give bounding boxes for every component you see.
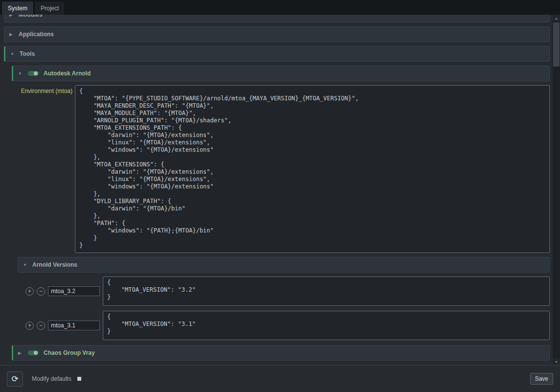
section-header-applications[interactable]: ▶ Applications [4,26,550,42]
chevron-right-icon: ▶ [9,15,14,17]
remove-version-button[interactable]: − [37,287,45,296]
environment-json-editor[interactable]: { "MTOA": "{PYPE_STUDIO_SOFTWARE}/arnold… [75,85,550,253]
chevron-right-icon: ▶ [18,351,23,355]
scrollbar-thumb[interactable] [553,23,560,67]
settings-scroll-area: ▶ Modules ▶ Applications ▼ Tools ▼ Autod… [0,15,553,365]
refresh-button[interactable]: ⟳ [7,371,23,387]
group-title-autodesk-arnold: Autodesk Arnold [44,70,91,77]
section-header-modules[interactable]: ▶ Modules [4,15,550,23]
version-row-mtoa-3-2: + − { "MTOA_VERSION": "3.2" } [25,277,550,306]
enabled-toggle[interactable] [27,350,39,356]
version-json-editor[interactable]: { "MTOA_VERSION": "3.1" } [103,311,550,340]
footer-bar: ⟳ Modify defaults Save [0,365,560,392]
modify-defaults-checkbox[interactable] [77,377,81,381]
version-json-editor[interactable]: { "MTOA_VERSION": "3.2" } [103,277,550,306]
version-name-input[interactable] [48,286,100,296]
group-header-autodesk-arnold[interactable]: ▼ Autodesk Arnold [12,66,550,81]
chevron-down-icon: ▼ [23,263,28,267]
add-version-button[interactable]: + [25,322,34,330]
section-label-applications: Applications [19,31,54,38]
vertical-scrollbar[interactable]: ▲ ▼ [553,15,560,365]
version-row-mtoa-3-1: + − { "MTOA_VERSION": "3.1" } [25,311,550,340]
chevron-right-icon: ▶ [9,32,14,37]
save-button[interactable]: Save [530,373,553,385]
section-header-tools[interactable]: ▼ Tools [4,46,550,62]
environment-field-row: Environment (mtoa) { "MTOA": "{PYPE_STUD… [16,85,550,253]
top-tab-bar: System Project [0,0,560,15]
group-title-chaos-group-vray: Chaos Group Vray [44,349,95,356]
group-header-chaos-group-vray[interactable]: ▶ Chaos Group Vray [12,345,550,361]
section-label-modules: Modules [19,15,43,18]
main-area: ▶ Modules ▶ Applications ▼ Tools ▼ Autod… [0,15,560,365]
version-name-input[interactable] [48,321,100,330]
refresh-icon: ⟳ [11,374,18,384]
modify-defaults-label: Modify defaults [32,375,71,382]
section-header-arnold-versions[interactable]: ▼ Arnold Versions [18,257,550,273]
settings-window: System Project ▶ Modules ▶ Applications … [0,0,560,392]
section-label-tools: Tools [20,50,35,57]
add-version-button[interactable]: + [25,287,34,296]
tab-system[interactable]: System [1,1,34,15]
section-label-arnold-versions: Arnold Versions [32,261,77,268]
enabled-toggle[interactable] [27,70,39,76]
scroll-down-arrow-icon[interactable]: ▼ [553,358,560,365]
chevron-down-icon: ▼ [18,71,23,76]
chevron-down-icon: ▼ [10,52,15,56]
scroll-up-arrow-icon[interactable]: ▲ [553,15,560,22]
environment-label: Environment (mtoa) [16,85,72,253]
remove-version-button[interactable]: − [37,322,45,330]
tab-project[interactable]: Project [34,1,65,15]
